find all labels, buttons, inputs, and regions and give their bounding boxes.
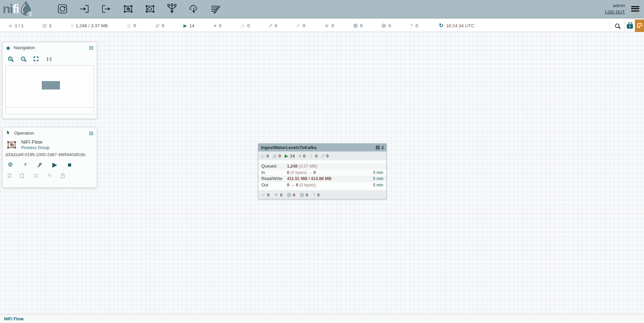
selected-flow-name: NiFi Flow bbox=[21, 139, 49, 145]
pg-locally-modified: ∗0 bbox=[274, 192, 283, 198]
breadcrumb[interactable]: NiFi Flow bbox=[4, 316, 24, 321]
invalid-icon: ⚠ bbox=[309, 153, 314, 158]
flow-canvas[interactable]: ◉ Navigation ⊟ |:| Operation ⊟ NiFi Flow bbox=[0, 32, 644, 314]
sync-failure-icon: ? bbox=[410, 23, 413, 28]
logo-text-ni: ni bbox=[3, 2, 12, 16]
stat-sync-failure: ?0 bbox=[410, 23, 418, 28]
refresh-icon[interactable]: ↻ bbox=[439, 23, 443, 28]
start-icon[interactable]: ▶ bbox=[52, 162, 57, 168]
remote-process-group-icon[interactable] bbox=[144, 3, 156, 14]
search-button[interactable] bbox=[610, 20, 624, 32]
process-group-component[interactable]: IngestWaterLevelsToKafka 3 ◎0 ◎0 ▶14 ■0 … bbox=[258, 143, 387, 199]
pg-stat-invalid: ⚠0 bbox=[309, 153, 318, 158]
process-group-icon[interactable] bbox=[122, 3, 134, 14]
up-to-date-icon: ✔ bbox=[261, 192, 265, 197]
pg-stale: ↑0 bbox=[287, 192, 295, 198]
pg-stat-not-transmitting: ◎0 bbox=[272, 153, 281, 158]
active-threads-icon bbox=[376, 146, 380, 149]
zoom-fit-icon[interactable] bbox=[34, 57, 38, 61]
template-icon[interactable] bbox=[188, 3, 199, 14]
locally-modified-icon: ∗ bbox=[324, 23, 329, 29]
enable-icon[interactable]: ⚡ bbox=[23, 162, 27, 168]
output-port-icon[interactable] bbox=[100, 3, 112, 14]
stat-stopped: ■0 bbox=[214, 23, 221, 28]
hand-icon bbox=[6, 130, 11, 136]
zoom-out-icon[interactable] bbox=[21, 57, 25, 61]
pg-row-read-write: Read/Write 411.51 MB / 414.88 MB 5 min bbox=[258, 176, 386, 182]
running-icon: ▶ bbox=[285, 153, 288, 158]
app-header: nifi bbox=[0, 0, 644, 19]
pg-row-out: Out 0 → 0 (0 bytes) 5 min bbox=[258, 182, 386, 188]
notification-button[interactable] bbox=[635, 20, 644, 32]
color-icon[interactable]: ✎ bbox=[47, 173, 52, 178]
logout-link[interactable]: LOG OUT bbox=[605, 9, 625, 15]
flow-status-bar: ◈1 / 1 3 ≡1,248 / 3.37 MB ◎0 ◎0 ▶14 ■0 ⚠… bbox=[0, 20, 644, 32]
pg-row-in: In 0 (0 bytes) → 0 5 min bbox=[258, 170, 386, 176]
pg-locally-modified-stale: !0 bbox=[300, 192, 308, 198]
birdseye-process-group-rect[interactable] bbox=[42, 81, 60, 89]
pg-stat-disabled: ⚡0 bbox=[321, 153, 329, 158]
toolbox-icon bbox=[627, 24, 633, 29]
processor-icon[interactable] bbox=[57, 3, 68, 14]
breadcrumb-bar: NiFi Flow bbox=[0, 314, 644, 323]
pg-stat-stopped: ■0 bbox=[298, 153, 305, 158]
nifi-logo: nifi bbox=[0, 0, 47, 18]
delete-icon[interactable] bbox=[61, 173, 65, 178]
active-threads-icon bbox=[43, 24, 46, 28]
zoom-actual-icon[interactable]: |:| bbox=[47, 56, 52, 61]
stat-invalid: ⚠0 bbox=[240, 23, 250, 28]
stat-transmitting: ◎0 bbox=[127, 23, 136, 28]
invalid-icon: ⚠ bbox=[240, 23, 245, 28]
compass-icon: ◉ bbox=[6, 45, 10, 50]
label-icon[interactable] bbox=[210, 3, 221, 14]
selected-flow-id: d33d1d4f-0195-1000-2d67-46f9440d919c bbox=[3, 151, 97, 157]
input-port-icon[interactable] bbox=[78, 3, 90, 14]
stop-icon[interactable]: ■ bbox=[68, 162, 71, 168]
stale-icon: ↑ bbox=[287, 193, 291, 197]
group-icon[interactable] bbox=[33, 173, 38, 178]
pg-row-queued: Queued 1,248 (3.37 MB) bbox=[258, 163, 386, 170]
transmitting-icon: ◎ bbox=[127, 23, 131, 28]
toolbox-button[interactable] bbox=[625, 20, 635, 32]
locally-modified-stale-icon: ! bbox=[382, 24, 386, 28]
navigation-panel-title: Navigation bbox=[13, 45, 35, 50]
process-group-name: IngestWaterLevelsToKafka bbox=[261, 145, 317, 150]
operation-panel-title: Operation bbox=[14, 131, 34, 136]
stat-stale: ↑0 bbox=[353, 23, 363, 28]
selected-flow-type: Process Group bbox=[21, 145, 49, 150]
stat-not-transmitting: ◎0 bbox=[155, 23, 164, 28]
cluster-icon: ◈ bbox=[9, 23, 12, 28]
sync-failure-icon: ? bbox=[313, 192, 316, 197]
funnel-icon[interactable] bbox=[166, 3, 178, 14]
birdseye-map[interactable] bbox=[5, 65, 94, 108]
disabled-icon: ⚡ bbox=[321, 153, 325, 158]
user-area: admin LOG OUT bbox=[605, 2, 644, 15]
process-group-status-row: ◎0 ◎0 ▶14 ■0 ⚠0 ⚡0 bbox=[258, 151, 386, 160]
not-transmitting-icon: ◎ bbox=[155, 23, 159, 28]
disable-icon[interactable]: ⚡ bbox=[38, 162, 42, 168]
stat-queued: ≡1,248 / 3.37 MB bbox=[71, 23, 108, 28]
pg-stat-running: ▶14 bbox=[285, 153, 295, 158]
stat-connected-nodes: ◈1 / 1 bbox=[9, 23, 24, 28]
up-to-date-icon: ✔ bbox=[296, 23, 300, 28]
transmitting-icon: ◎ bbox=[261, 153, 265, 158]
zoom-in-icon[interactable] bbox=[8, 57, 12, 61]
configure-icon[interactable]: ⚙ bbox=[8, 162, 13, 168]
paste-icon[interactable] bbox=[20, 174, 24, 178]
global-menu-icon[interactable] bbox=[631, 6, 639, 12]
stat-disabled: ⚡0 bbox=[269, 23, 277, 28]
navigation-panel: ◉ Navigation ⊟ |:| bbox=[2, 42, 97, 119]
disabled-icon: ⚡ bbox=[269, 23, 272, 28]
collapse-navigation-icon[interactable]: ⊟ bbox=[89, 45, 93, 50]
stat-running: ▶14 bbox=[184, 23, 195, 28]
stopped-icon: ■ bbox=[214, 23, 216, 28]
locally-modified-stale-icon: ! bbox=[300, 193, 304, 197]
pg-sync-failure: ?0 bbox=[313, 192, 320, 198]
process-group-version-row: ✔0 ∗0 ↑0 !0 ?0 bbox=[258, 190, 386, 199]
collapse-operation-icon[interactable]: ⊟ bbox=[89, 131, 93, 136]
pg-up-to-date: ✔0 bbox=[261, 192, 269, 198]
refresh-time: 16:24:34 UTC bbox=[446, 23, 474, 28]
copy-icon[interactable] bbox=[8, 174, 11, 178]
search-icon bbox=[615, 24, 619, 28]
nifi-droplet-icon bbox=[18, 0, 34, 17]
